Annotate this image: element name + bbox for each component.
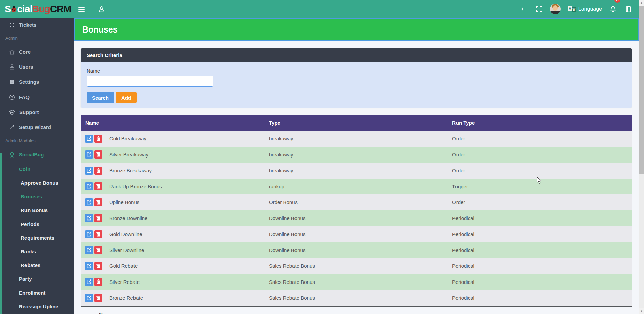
cell-name: Silver Breakaway [109, 152, 148, 158]
table-row: Silver Breakaway breakaway Order [81, 147, 632, 163]
edit-button[interactable] [85, 230, 93, 238]
sidebar-item-reassign-upline[interactable]: Reassign Upline [0, 300, 74, 313]
edit-button[interactable] [85, 294, 93, 302]
user-icon [9, 64, 15, 70]
cell-run-type: Periodical [452, 263, 632, 269]
sidebar-item-approve-bonus[interactable]: Approve Bonus [0, 176, 74, 190]
edit-icon [87, 168, 91, 173]
sidebar-item-core[interactable]: Core [0, 44, 74, 59]
delete-button[interactable] [94, 150, 102, 159]
sidebar-item-periods[interactable]: Periods [0, 217, 74, 231]
delete-button[interactable] [94, 198, 102, 206]
graduation-cap-icon [9, 109, 15, 115]
delete-button[interactable] [94, 167, 102, 175]
cell-name: Bronze Breakaway [109, 168, 152, 173]
table-row: Silver Rebate Sales Rebate Bonus Periodi… [81, 274, 632, 290]
trash-icon [96, 152, 100, 157]
cell-type: Downline Bonus [269, 247, 452, 253]
notification-badge: 0 [614, 0, 620, 3]
panel-title: Search Criteria [87, 52, 122, 58]
sidebar-item-bonuses[interactable]: Bonuses [0, 190, 74, 203]
edit-button[interactable] [85, 278, 93, 286]
sidebar-toggle-button[interactable] [74, 0, 89, 18]
delete-button[interactable] [94, 262, 102, 270]
trash-icon [96, 216, 100, 221]
edit-button[interactable] [85, 246, 93, 254]
cell-type: Downline Bonus [269, 231, 452, 237]
cell-type: Order Bonus [269, 199, 452, 205]
delete-button[interactable] [94, 278, 102, 286]
cell-run-type: Periodical [452, 295, 632, 301]
logout-button[interactable] [517, 0, 532, 18]
scrollbar-thumb[interactable] [639, 6, 644, 174]
delete-button[interactable] [94, 294, 102, 302]
edit-button[interactable] [85, 150, 93, 159]
sidebar-item-coin[interactable]: Coin [0, 162, 74, 176]
translate-icon: A 文 [568, 6, 576, 12]
home-icon [9, 49, 15, 55]
top-navbar: ScialBugCRM A 文 Language 0 [0, 0, 644, 18]
control-sidebar-button[interactable] [621, 0, 635, 18]
column-header-name: Name [81, 120, 269, 126]
delete-button[interactable] [94, 230, 102, 238]
sidebar-item-socialbug[interactable]: SocialBug [0, 147, 74, 162]
delete-button[interactable] [94, 214, 102, 222]
sidebar-item-ranks[interactable]: Ranks [0, 245, 74, 258]
sidebar-item-tickets[interactable]: Tickets [0, 18, 74, 32]
avatar[interactable] [550, 4, 561, 14]
add-button[interactable]: Add [116, 92, 137, 103]
avatar-face [553, 5, 558, 11]
sidebar-item-users[interactable]: Users [0, 59, 74, 74]
edit-button[interactable] [85, 135, 93, 143]
user-icon [99, 6, 105, 12]
language-label: Language [578, 6, 602, 12]
table-row: Gold Rebate Sales Rebate Bonus Periodica… [81, 258, 632, 274]
column-header-run-type: Run Type [452, 120, 632, 126]
table-row: Bronze Rebate Sales Rebate Bonus Periodi… [81, 290, 632, 306]
cell-run-type: Order [452, 168, 632, 173]
cell-type: breakaway [269, 168, 452, 173]
table-row: Gold Downline Downline Bonus Periodical [81, 226, 632, 242]
edit-button[interactable] [85, 198, 93, 206]
sidebar-item-faq[interactable]: FAQ [0, 89, 74, 105]
sidebar-item-support[interactable]: Support [0, 105, 74, 120]
sidebar-item-label: Core [19, 49, 31, 55]
language-menu[interactable]: A 文 Language [564, 6, 605, 12]
edit-icon [87, 136, 91, 141]
cell-run-type: Order [452, 136, 632, 141]
question-circle-icon [9, 94, 15, 100]
name-search-input[interactable] [87, 76, 213, 87]
edit-button[interactable] [85, 262, 93, 270]
edit-icon [87, 184, 91, 189]
edit-button[interactable] [85, 167, 93, 175]
logo-text-1: S [5, 4, 11, 15]
sidebar-item-enrollment[interactable]: Enrollment [0, 286, 74, 300]
sidebar-item-setup-wizard[interactable]: Setup Wizard [0, 120, 74, 135]
sidebar-item-rebates[interactable]: Rebates [0, 258, 74, 272]
column-header-type: Type [269, 120, 452, 126]
award-icon [9, 152, 15, 158]
search-button[interactable]: Search [87, 92, 114, 103]
sidebar-item-requirements[interactable]: Requirements [0, 231, 74, 245]
sidebar-item-party[interactable]: Party [0, 272, 74, 286]
scrollbar-down-arrow[interactable]: ▼ [639, 308, 644, 314]
cell-type: breakaway [269, 152, 452, 158]
edit-button[interactable] [85, 214, 93, 222]
app-logo[interactable]: ScialBugCRM [0, 0, 74, 18]
notifications-button[interactable]: 0 [605, 0, 621, 18]
button-row: Search Add [87, 92, 626, 103]
sidebar-item-settings[interactable]: Settings [0, 74, 74, 89]
user-menu-button[interactable] [94, 0, 109, 18]
fullscreen-button[interactable] [532, 0, 547, 18]
page-scrollbar[interactable]: ▲ ▼ [639, 0, 644, 314]
sidebar-item-run-bonus[interactable]: Run Bonus [0, 203, 74, 217]
ticket-icon [9, 22, 15, 28]
sidebar-section-admin: Admin [0, 32, 74, 44]
delete-button[interactable] [94, 246, 102, 254]
edit-icon [87, 279, 91, 284]
delete-button[interactable] [94, 135, 102, 143]
scrollbar-up-arrow[interactable]: ▲ [639, 0, 644, 6]
edit-button[interactable] [85, 182, 93, 190]
delete-button[interactable] [94, 182, 102, 190]
sidebar-item-label: Settings [19, 79, 39, 85]
